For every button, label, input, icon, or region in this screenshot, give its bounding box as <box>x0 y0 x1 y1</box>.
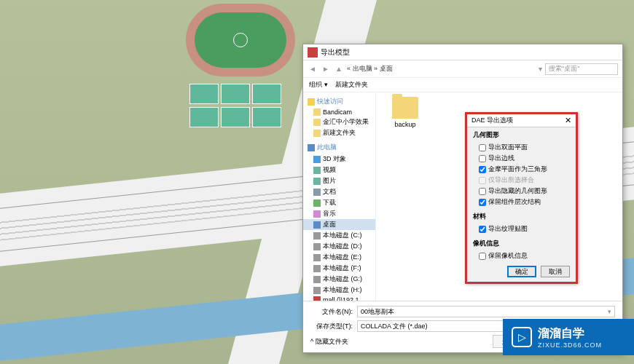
sidebar-item[interactable]: 金汇中小学效果 <box>303 116 375 127</box>
newfolder-button[interactable]: 新建文件夹 <box>335 80 368 90</box>
download-icon <box>313 199 321 207</box>
folder-icon <box>313 108 321 116</box>
section-camera: 像机信息 <box>473 239 570 248</box>
ok-button[interactable]: 确定 <box>507 266 536 277</box>
chk-edges[interactable]: 导出边线 <box>473 153 570 164</box>
search-input[interactable]: 搜索"桌面" <box>545 63 618 75</box>
desktop-icon <box>313 221 321 229</box>
sidebar-item[interactable]: 文档 <box>303 186 375 197</box>
chk-textures[interactable]: 导出纹理贴图 <box>473 223 570 234</box>
cancel-button[interactable]: 取消 <box>541 266 570 277</box>
sidebar-item[interactable]: 下载 <box>303 197 375 208</box>
sidebar-item[interactable]: 视频 <box>303 165 375 175</box>
disk-icon <box>313 276 321 283</box>
sidebar-item-desktop[interactable]: 桌面 <box>303 219 375 230</box>
folder-icon <box>313 130 321 137</box>
watermark: ▷ 溜溜自学 ZIXUE.3D66.COM <box>503 319 634 355</box>
wm-url: ZIXUE.3D66.COM <box>538 341 602 349</box>
close-icon[interactable]: ✕ <box>565 116 571 125</box>
star-icon <box>308 98 315 106</box>
breadcrumb[interactable]: « 出电脑 » 桌面 <box>347 64 536 74</box>
computer-icon <box>308 144 315 151</box>
dialog-title: 导出模型 <box>321 47 618 58</box>
chk-two-sided[interactable]: 导出双面平面 <box>473 142 570 153</box>
sidebar-item[interactable]: 本地磁盘 (F:) <box>303 263 375 274</box>
obj3d-icon <box>313 156 321 163</box>
chevron-down-icon[interactable]: ▾ <box>608 308 611 315</box>
sports-field <box>186 4 295 76</box>
file-name: backup <box>394 121 415 128</box>
opt-title: DAE 导出选项 <box>471 116 565 125</box>
nav-fwd-icon[interactable]: ► <box>321 64 331 74</box>
disk-icon <box>313 232 321 240</box>
chk-selection-only: 仅导出所选择合 <box>473 175 570 186</box>
sidebar-item[interactable]: mall (\\192.1 <box>303 296 375 301</box>
export-options-dialog: DAE 导出选项 ✕ 几何图形 导出双面平面 导出边线 金摩平面作为三角形 仅导… <box>465 112 578 284</box>
sidebar-item[interactable]: 本地磁盘 (H:) <box>303 285 375 296</box>
disk-icon <box>313 254 321 261</box>
app-icon <box>308 47 318 58</box>
folder-icon <box>313 119 321 126</box>
nav-up-icon[interactable]: ▲ <box>334 64 344 74</box>
music-icon <box>313 210 321 218</box>
folder-icon <box>392 97 418 119</box>
filename-input[interactable]: 00地形副本▾ <box>357 306 615 317</box>
dropdown-icon[interactable]: ▾ <box>539 65 542 73</box>
courts <box>189 84 284 127</box>
hide-folders-toggle[interactable]: ^ 隐藏文件夹 <box>310 337 348 347</box>
sidebar-item[interactable]: 3D 对象 <box>303 154 375 165</box>
organize-button[interactable]: 组织 ▾ <box>309 80 328 90</box>
sidebar-item[interactable]: 本地磁盘 (D:) <box>303 241 375 252</box>
disk-icon <box>313 287 321 294</box>
sidebar-item[interactable]: 新建文件夹 <box>303 127 375 138</box>
section-geometry: 几何图形 <box>473 130 570 140</box>
chk-triangulate[interactable]: 金摩平面作为三角形 <box>473 164 570 175</box>
wm-title: 溜溜自学 <box>538 326 602 341</box>
video-icon <box>313 167 321 174</box>
nav-bar: ◄ ► ▲ « 出电脑 » 桌面 ▾ 搜索"桌面" <box>303 60 622 78</box>
section-material: 材料 <box>473 212 570 221</box>
sidebar-item[interactable]: 音乐 <box>303 208 375 219</box>
filename-label: 文件名(N): <box>310 307 353 317</box>
play-icon: ▷ <box>512 327 532 347</box>
doc-icon <box>313 189 321 196</box>
disk-icon <box>313 243 321 250</box>
chk-camera[interactable]: 保留像机信息 <box>473 250 570 261</box>
sidebar-item[interactable]: 图片 <box>303 175 375 186</box>
file-item[interactable]: backup <box>383 97 427 128</box>
sidebar: 快速访问 Bandicam 金汇中小学效果 新建文件夹 此电脑 3D 对象 视频… <box>303 92 376 301</box>
chk-hierarchy[interactable]: 保留组件层次结构 <box>473 197 570 207</box>
toolbar: 组织 ▾ 新建文件夹 <box>303 78 622 92</box>
dialog-titlebar: 导出模型 <box>303 44 622 60</box>
fav-group[interactable]: 快速访问 <box>303 95 375 108</box>
sidebar-item[interactable]: Bandicam <box>303 108 375 116</box>
picture-icon <box>313 178 321 185</box>
disk-icon <box>313 265 321 272</box>
sidebar-item[interactable]: 本地磁盘 (G:) <box>303 274 375 285</box>
sidebar-item[interactable]: 本地磁盘 (C:) <box>303 230 375 241</box>
sidebar-item[interactable]: 本地磁盘 (E:) <box>303 252 375 263</box>
filetype-label: 保存类型(T): <box>310 322 353 331</box>
opt-titlebar: DAE 导出选项 ✕ <box>467 114 576 127</box>
chk-hidden-geom[interactable]: 导出隐藏的几何图形 <box>473 186 570 197</box>
pc-group[interactable]: 此电脑 <box>303 141 375 154</box>
nav-back-icon[interactable]: ◄ <box>308 64 318 74</box>
